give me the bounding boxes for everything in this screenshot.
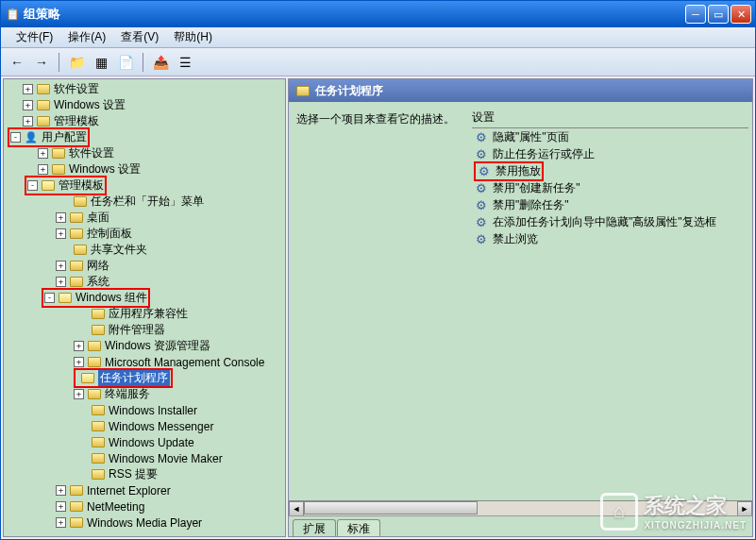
tab-extended[interactable]: 扩展 <box>293 519 336 536</box>
tree-item-windows-components[interactable]: -Windows 组件 <box>4 290 285 306</box>
setting-item[interactable]: 隐藏"属性"页面 <box>472 128 748 145</box>
tree-item-task-scheduler[interactable]: 任务计划程序 <box>4 370 285 386</box>
setting-label: 禁用"创建新任务" <box>493 180 580 196</box>
expand-icon[interactable]: + <box>23 100 33 110</box>
tree-item[interactable]: 共享文件夹 <box>4 242 285 258</box>
expand-icon[interactable]: + <box>56 485 66 496</box>
expand-icon[interactable]: + <box>56 277 66 287</box>
instruction-text: 选择一个项目来查看它的描述。 <box>296 111 461 127</box>
tree-label: RSS 提要 <box>109 466 158 482</box>
expand-icon[interactable]: + <box>38 164 48 175</box>
separator <box>143 53 143 72</box>
tree-item[interactable]: +软件设置 <box>4 145 285 161</box>
expand-icon[interactable]: + <box>56 261 66 271</box>
expand-icon[interactable]: + <box>23 84 33 94</box>
collapse-icon[interactable]: - <box>44 293 55 303</box>
tree-item[interactable]: +Windows 设置 <box>4 97 285 113</box>
tree-item[interactable]: 附件管理器 <box>4 322 285 338</box>
collapse-icon[interactable]: - <box>27 180 38 191</box>
folder-icon <box>36 99 51 112</box>
tree-item[interactable]: 任务栏和「开始」菜单 <box>4 194 285 210</box>
scroll-thumb[interactable] <box>304 501 478 515</box>
menu-help[interactable]: 帮助(H) <box>166 27 220 47</box>
minimize-button[interactable]: ─ <box>685 5 706 24</box>
setting-item[interactable]: 禁止浏览 <box>472 230 748 247</box>
setting-label: 禁止浏览 <box>493 231 538 247</box>
filter-button[interactable]: ☰ <box>175 52 195 73</box>
tree-item-user-config[interactable]: -用户配置 <box>4 129 285 145</box>
folder-icon <box>51 163 66 177</box>
folder-icon <box>69 228 84 241</box>
tab-standard[interactable]: 标准 <box>337 519 380 536</box>
tree-item[interactable]: Windows Movie Maker <box>4 450 285 466</box>
expand-icon[interactable]: + <box>74 389 84 399</box>
tree-item[interactable]: +控制面板 <box>4 226 285 242</box>
expand-icon[interactable]: + <box>74 357 84 367</box>
setting-item[interactable]: 禁用"删除任务" <box>472 196 748 213</box>
tree-item[interactable]: +Windows 资源管理器 <box>4 338 285 354</box>
setting-item[interactable]: 防止任务运行或停止 <box>472 145 748 162</box>
tree-item[interactable]: 应用程序兼容性 <box>4 306 285 322</box>
user-icon <box>24 131 39 144</box>
expand-icon[interactable]: + <box>56 212 66 223</box>
tree-item[interactable]: +Windows Media Player <box>4 515 285 531</box>
forward-button[interactable]: → <box>31 52 52 73</box>
folder-icon <box>69 211 84 225</box>
scroll-right-button[interactable]: ► <box>737 501 752 516</box>
tree-item[interactable]: +终端服务 <box>4 386 285 402</box>
tree-item[interactable]: +软件设置 <box>4 81 285 97</box>
scroll-track[interactable] <box>304 501 737 515</box>
folder-icon <box>73 244 88 257</box>
tree-item[interactable]: +网络 <box>4 258 285 274</box>
titlebar[interactable]: 📋 组策略 ─ ▭ ✕ <box>1 1 755 27</box>
tree-item[interactable]: +桌面 <box>4 210 285 226</box>
expand-icon[interactable]: + <box>23 116 33 127</box>
tree-label: Windows 资源管理器 <box>105 338 210 354</box>
window-title: 组策略 <box>24 6 685 23</box>
close-button[interactable]: ✕ <box>731 5 751 24</box>
tree-item[interactable]: RSS 提要 <box>4 466 285 482</box>
tabs-row: 扩展 标准 <box>289 515 752 536</box>
settings-list[interactable]: 设置 隐藏"属性"页面 防止任务运行或停止 禁用拖放 禁用"创建新任务" 禁用"… <box>468 102 752 500</box>
back-button[interactable]: ← <box>7 52 27 73</box>
tree-item[interactable]: Windows Update <box>4 434 285 450</box>
expand-icon[interactable]: + <box>38 148 48 159</box>
setting-item[interactable]: 在添加任务计划向导中隐藏"高级属性"复选框 <box>472 213 748 230</box>
up-folder-button[interactable]: 📁 <box>66 52 87 73</box>
properties-button[interactable]: ▦ <box>91 52 111 73</box>
folder-icon <box>91 420 106 433</box>
main-window: 📋 组策略 ─ ▭ ✕ 文件(F) 操作(A) 查看(V) 帮助(H) ← → … <box>0 0 756 540</box>
tree-item[interactable]: +NetMeeting <box>4 498 285 515</box>
description-pane: 选择一个项目来查看它的描述。 <box>289 102 468 500</box>
tree-item-admin-templates[interactable]: -管理模板 <box>4 177 285 194</box>
maximize-button[interactable]: ▭ <box>708 5 729 24</box>
collapse-icon[interactable]: - <box>10 132 21 143</box>
tree-label: 用户配置 <box>42 129 87 145</box>
folder-icon <box>87 340 102 353</box>
setting-item-disable-drag[interactable]: 禁用拖放 <box>472 162 748 179</box>
tree-panel[interactable]: +软件设置 +Windows 设置 +管理模板 -用户配置 +软件设置 +Win… <box>3 78 286 537</box>
menu-view[interactable]: 查看(V) <box>113 27 166 47</box>
expand-icon[interactable]: + <box>56 517 66 528</box>
expand-icon[interactable]: + <box>74 341 84 351</box>
tree-label: 附件管理器 <box>109 322 165 338</box>
export-button[interactable]: 📤 <box>150 52 171 73</box>
tree-label: Windows Movie Maker <box>109 452 223 465</box>
folder-icon <box>87 388 102 401</box>
menu-file[interactable]: 文件(F) <box>8 27 60 47</box>
menu-action[interactable]: 操作(A) <box>60 27 113 47</box>
list-button[interactable]: 📄 <box>115 52 136 73</box>
content-area: +软件设置 +Windows 设置 +管理模板 -用户配置 +软件设置 +Win… <box>1 76 755 539</box>
expand-icon[interactable]: + <box>56 501 66 512</box>
settings-column-header[interactable]: 设置 <box>472 108 748 128</box>
horizontal-scrollbar[interactable]: ◄ ► <box>289 500 752 515</box>
tree-item[interactable]: Windows Messenger <box>4 418 285 434</box>
tree-label: 软件设置 <box>69 145 114 161</box>
setting-item[interactable]: 禁用"创建新任务" <box>472 179 748 196</box>
policy-icon <box>477 163 492 178</box>
expand-icon[interactable]: + <box>56 228 66 239</box>
tree-label: Windows 组件 <box>76 290 147 306</box>
scroll-left-button[interactable]: ◄ <box>289 501 304 516</box>
tree-item[interactable]: +Internet Explorer <box>4 482 285 498</box>
tree-item[interactable]: Windows Installer <box>4 402 285 418</box>
